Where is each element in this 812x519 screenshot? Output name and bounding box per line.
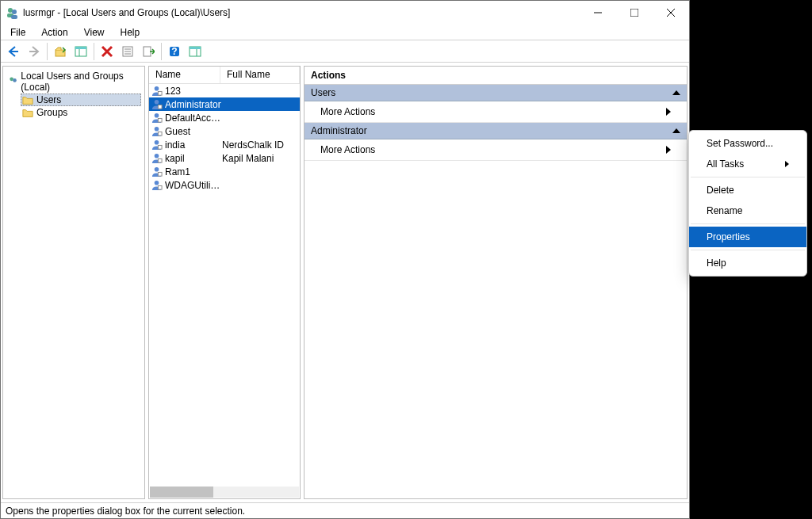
svg-point-34 [155,154,159,158]
svg-point-28 [155,113,159,118]
user-icon [151,112,163,124]
maximize-button[interactable] [616,1,653,25]
context-item-help[interactable]: Help [689,253,806,273]
actions-group-users-label: Users [311,87,335,98]
context-item-label: Set Password... [707,138,773,149]
user-row[interactable]: kapilKapil Malani [149,151,300,165]
up-button[interactable] [51,43,70,60]
context-item-set-password[interactable]: Set Password... [689,133,806,154]
svg-rect-16 [144,47,151,56]
user-icon [151,166,163,177]
context-item-rename[interactable]: Rename [689,200,806,221]
user-icon [151,125,163,137]
context-item-delete[interactable]: Delete [689,180,806,200]
context-item-label: Properties [707,231,750,242]
more-actions-label: More Actions [320,106,375,117]
tree-root[interactable]: Local Users and Groups (Local) [6,70,141,93]
user-name-cell: DefaultAcco... [165,113,222,124]
titlebar[interactable]: lusrmgr - [Local Users and Groups (Local… [1,1,689,25]
close-button[interactable] [653,1,689,25]
context-menu: Set Password...All TasksDeleteRenameProp… [688,130,807,277]
actions-group-administrator[interactable]: Administrator [304,123,687,139]
users-groups-icon [8,76,17,87]
menu-file[interactable]: File [4,25,32,40]
body: Local Users and Groups (Local) Users Gro… [1,63,689,502]
context-item-label: Rename [707,205,742,216]
window-title: lusrmgr - [Local Users and Groups (Local… [23,7,230,18]
svg-text:?: ? [171,46,177,57]
chevron-right-icon [666,108,671,116]
actions-group-users[interactable]: Users [304,85,687,101]
help-button[interactable]: ? [165,43,184,60]
more-actions-users[interactable]: More Actions [304,101,687,123]
tree-node-users[interactable]: Users [21,93,141,106]
svg-rect-29 [158,118,162,122]
show-hide-action-pane-button[interactable] [186,43,205,60]
user-fullname-cell: NerdsChalk ID [222,139,298,151]
svg-point-36 [155,167,159,172]
user-fullname-cell: Kapil Malani [222,153,298,164]
delete-button[interactable] [98,43,117,60]
svg-point-32 [155,140,159,145]
export-list-button[interactable] [139,43,158,60]
menu-help[interactable]: Help [114,25,147,40]
tree-node-groups[interactable]: Groups [21,106,141,119]
context-item-properties[interactable]: Properties [689,227,806,247]
statusbar: Opens the properties dialog box for the … [1,502,689,518]
context-item-label: Delete [707,185,734,196]
folder-icon [22,95,33,105]
svg-rect-20 [190,47,201,49]
tree-root-label: Local Users and Groups (Local) [21,71,140,93]
context-separator [691,223,805,224]
user-name-cell: india [165,139,222,151]
actions-group-admin-label: Administrator [311,125,367,136]
user-name-cell: WDAGUtility... [165,180,222,191]
tree-users-label: Users [36,94,61,105]
collapse-icon [672,90,680,95]
lusrmgr-window: lusrmgr - [Local Users and Groups (Local… [0,0,690,519]
context-item-label: All Tasks [707,158,744,170]
list-body[interactable]: 123AdministratorDefaultAcco...Guestindia… [149,84,300,487]
collapse-icon [672,128,680,133]
toolbar-separator [94,43,94,60]
col-name[interactable]: Name [149,67,220,83]
user-icon [151,85,163,97]
users-list-pane: Name Full Name 123AdministratorDefaultAc… [148,66,301,499]
user-row[interactable]: Ram1 [149,165,300,178]
scrollbar-thumb[interactable] [150,487,213,498]
user-name-cell: Administrator [165,99,222,110]
user-row[interactable]: WDAGUtility... [149,178,300,192]
more-actions-label: More Actions [320,144,375,155]
more-actions-administrator[interactable]: More Actions [304,139,687,161]
list-horizontal-scrollbar[interactable] [150,487,299,498]
svg-point-1 [12,10,17,14]
forward-button[interactable] [25,43,44,60]
svg-rect-3 [11,15,17,19]
status-text: Opens the properties dialog box for the … [6,506,245,517]
user-row[interactable]: indiaNerdsChalk ID [149,138,300,151]
svg-point-30 [155,127,159,132]
back-button[interactable] [4,43,23,60]
properties-button[interactable] [118,43,137,60]
user-row[interactable]: DefaultAcco... [149,111,300,124]
user-row[interactable]: Administrator [149,97,300,111]
user-row[interactable]: Guest [149,124,300,138]
menu-view[interactable]: View [78,25,111,40]
col-fullname[interactable]: Full Name [220,67,300,83]
context-separator [691,177,805,177]
svg-rect-5 [630,9,638,17]
menu-action[interactable]: Action [35,25,74,40]
list-header: Name Full Name [149,67,300,84]
app-icon [6,6,18,19]
context-item-all-tasks[interactable]: All Tasks [689,154,806,174]
svg-rect-39 [158,185,162,189]
user-name-cell: Guest [165,126,222,137]
chevron-right-icon [666,146,671,154]
context-separator [691,250,805,250]
chevron-right-icon [785,161,789,167]
show-hide-tree-button[interactable] [71,43,90,60]
toolbar-separator [161,43,162,60]
minimize-button[interactable] [580,1,616,25]
user-row[interactable]: 123 [149,84,300,97]
tree-pane: Local Users and Groups (Local) Users Gro… [2,66,145,499]
